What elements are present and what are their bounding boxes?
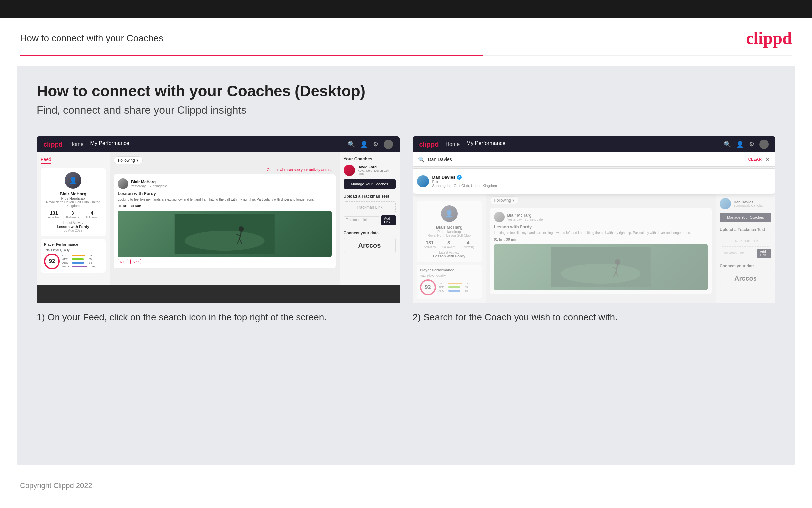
browser-nav-2: clippd Home My Performance 🔍 👤 ⚙ bbox=[413, 136, 776, 153]
stat-activities-1: 131 Activities bbox=[48, 210, 60, 219]
clear-btn[interactable]: CLEAR bbox=[748, 157, 762, 162]
svg-point-2 bbox=[239, 226, 244, 231]
profile-stats-1: 131 Activities 3 Followers 4 Following bbox=[45, 210, 102, 219]
search-icon-overlay: 🔍 bbox=[418, 156, 425, 163]
bar-putt: PUTT 96 bbox=[62, 265, 102, 268]
performance-card-1: Player Performance Total Player Quality … bbox=[41, 239, 106, 273]
lesson-header-1: Blair McHarg Yesterday · Sunningdale bbox=[118, 178, 332, 189]
search-result-dropdown: Dan Davies ✓ Pro Sunningdale Golf Club, … bbox=[413, 168, 776, 194]
profile-hcp-1: Plus Handicap bbox=[45, 196, 102, 200]
browser-nav-1: clippd Home My Performance 🔍 👤 ⚙ bbox=[37, 136, 399, 153]
pq-circle-1: 92 bbox=[44, 254, 60, 269]
browser-content-2: 🔍 Dan Davies CLEAR ✕ Dan Davies ✓ bbox=[413, 153, 776, 303]
user-icon-2[interactable]: 👤 bbox=[736, 141, 744, 148]
profile-avatar-1: 👤 bbox=[65, 172, 82, 188]
lesson-title-1: Lesson with Fordy bbox=[118, 191, 332, 196]
control-link-1[interactable]: Control who can see your activity and da… bbox=[114, 168, 336, 172]
nav-performance-1[interactable]: My Performance bbox=[90, 140, 129, 149]
panel-2: clippd Home My Performance 🔍 👤 ⚙ � bbox=[413, 136, 776, 324]
avatar-2[interactable] bbox=[760, 140, 769, 149]
header: How to connect with your Coaches clippd bbox=[0, 18, 812, 54]
stat-followers-1: 3 Followers bbox=[66, 210, 79, 219]
profile-card-2: 👤 Blair McHarg Plus Handicap Royal North… bbox=[417, 201, 482, 262]
manage-coaches-btn-1[interactable]: Manage Your Coaches bbox=[344, 179, 395, 188]
verified-badge: ✓ bbox=[457, 175, 462, 180]
stat-following-1: 4 Following bbox=[86, 210, 98, 219]
nav-logo-2: clippd bbox=[420, 141, 439, 149]
settings-icon-2[interactable]: ⚙ bbox=[749, 141, 754, 148]
header-divider bbox=[20, 54, 792, 55]
result-avatar-1 bbox=[417, 175, 429, 187]
add-link-btn-1[interactable]: Add Link bbox=[381, 215, 395, 225]
coach-avatar-2 bbox=[720, 198, 731, 209]
svg-point-9 bbox=[615, 259, 620, 265]
svg-point-1 bbox=[185, 230, 265, 251]
dimmed-bg-2: Feed 👤 Blair McHarg Plus Handicap Royal … bbox=[413, 186, 776, 303]
coach-item-2: Dan Davies Sunningdale Golf Club bbox=[720, 198, 771, 209]
result-role: Pro bbox=[432, 180, 497, 184]
bar-app: APP 85 bbox=[62, 258, 102, 261]
bar-ott: OTT 90 bbox=[62, 254, 102, 257]
nav-icons-1: 🔍 👤 ⚙ bbox=[348, 140, 393, 149]
coaches-title-1: Your Coaches bbox=[344, 156, 395, 161]
profile-card-1: 👤 Blair McHarg Plus Handicap Royal North… bbox=[41, 168, 106, 236]
coach-item-1: David Ford Royal North Devon Golf Club bbox=[344, 165, 395, 176]
golf-scene-2 bbox=[497, 247, 705, 287]
golf-scene-1 bbox=[121, 214, 328, 254]
feed-panel-1: Feed 👤 Blair McHarg Plus Handicap Royal … bbox=[37, 153, 110, 286]
search-icon-1[interactable]: 🔍 bbox=[348, 141, 355, 148]
search-bar-overlay: 🔍 Dan Davies CLEAR ✕ bbox=[413, 153, 776, 167]
user-icon-1[interactable]: 👤 bbox=[360, 141, 368, 148]
pq-row-1: 92 OTT 90 APP bbox=[44, 254, 102, 269]
profile-club-1: Royal North Devon Golf Club, United King… bbox=[45, 200, 102, 208]
latest-activity-1: Latest Activity Lesson with Fordy 03 Aug… bbox=[45, 221, 102, 232]
settings-icon-1[interactable]: ⚙ bbox=[373, 141, 378, 148]
result-item-1[interactable]: Dan Davies ✓ Pro Sunningdale Golf Club, … bbox=[417, 173, 771, 189]
mock-browser-1: clippd Home My Performance 🔍 👤 ⚙ Feed bbox=[37, 136, 399, 303]
search-icon-2[interactable]: 🔍 bbox=[724, 141, 731, 148]
tag-app: APP bbox=[130, 259, 141, 264]
page-title: How to connect with your Coaches bbox=[20, 33, 163, 44]
screenshots-row: clippd Home My Performance 🔍 👤 ⚙ Feed bbox=[37, 136, 775, 324]
feed-panel-2: Feed 👤 Blair McHarg Plus Handicap Royal … bbox=[413, 186, 486, 303]
main-title: How to connect with your Coaches (Deskto… bbox=[37, 82, 775, 100]
right-sidebar-2: Your Coaches Dan Davies Sunningdale Golf… bbox=[716, 186, 775, 303]
copyright: Copyright Clippd 2022 bbox=[20, 481, 92, 490]
trackman-section-1: Upload a Trackman Test Trackman Link Tra… bbox=[344, 194, 395, 225]
panel-1: clippd Home My Performance 🔍 👤 ⚙ Feed bbox=[37, 136, 399, 324]
connect-section-1: Connect your data Arccos bbox=[344, 230, 395, 253]
coach-avatar-1 bbox=[344, 165, 355, 176]
nav-performance-2[interactable]: My Performance bbox=[466, 140, 505, 149]
nav-home-2[interactable]: Home bbox=[445, 141, 460, 147]
nav-home-1[interactable]: Home bbox=[69, 141, 84, 147]
mock-browser-2: clippd Home My Performance 🔍 👤 ⚙ � bbox=[413, 136, 776, 303]
arccos-logo-1: Arccos bbox=[344, 238, 395, 253]
main-subtitle: Find, connect and share your Clippd insi… bbox=[37, 104, 775, 117]
step-label-1: 1) On your Feed, click on the search ico… bbox=[37, 311, 399, 324]
lesson-duration-1: 01 hr : 30 min bbox=[118, 204, 332, 208]
profile-avatar-2: 👤 bbox=[441, 205, 458, 222]
close-btn[interactable]: ✕ bbox=[765, 156, 770, 163]
top-bar bbox=[0, 0, 812, 18]
nav-icons-2: 🔍 👤 ⚙ bbox=[724, 140, 769, 149]
lesson-image-1 bbox=[118, 211, 332, 257]
main-content: How to connect with your Coaches (Deskto… bbox=[17, 66, 795, 465]
following-btn-1[interactable]: Following ▾ bbox=[114, 156, 143, 164]
trackman-input-1[interactable]: Trackman Link bbox=[344, 216, 380, 223]
clippd-logo: clippd bbox=[746, 28, 792, 48]
result-club: Sunningdale Golf Club, United Kingdom bbox=[432, 184, 497, 187]
right-sidebar-1: Your Coaches David Ford Royal North Devo… bbox=[340, 153, 399, 286]
tag-off: OTT bbox=[118, 259, 128, 264]
trackman-box-1: Trackman Link bbox=[344, 201, 395, 213]
bar-arg: ARG 86 bbox=[62, 261, 102, 264]
nav-logo-1: clippd bbox=[43, 141, 63, 149]
manage-coaches-btn-2[interactable]: Manage Your Coaches bbox=[720, 213, 771, 222]
feed-tab-1[interactable]: Feed bbox=[41, 157, 51, 164]
avatar-1[interactable] bbox=[384, 140, 393, 149]
pq-bars-1: OTT 90 APP 85 bbox=[62, 254, 102, 269]
profile-name-1: Blair McHarg bbox=[45, 191, 102, 196]
svg-point-8 bbox=[561, 264, 640, 284]
center-feed-1: Following ▾ Control who can see your act… bbox=[110, 153, 340, 286]
step-label-2: 2) Search for the Coach you wish to conn… bbox=[413, 311, 776, 324]
search-input-text[interactable]: Dan Davies bbox=[428, 157, 745, 162]
